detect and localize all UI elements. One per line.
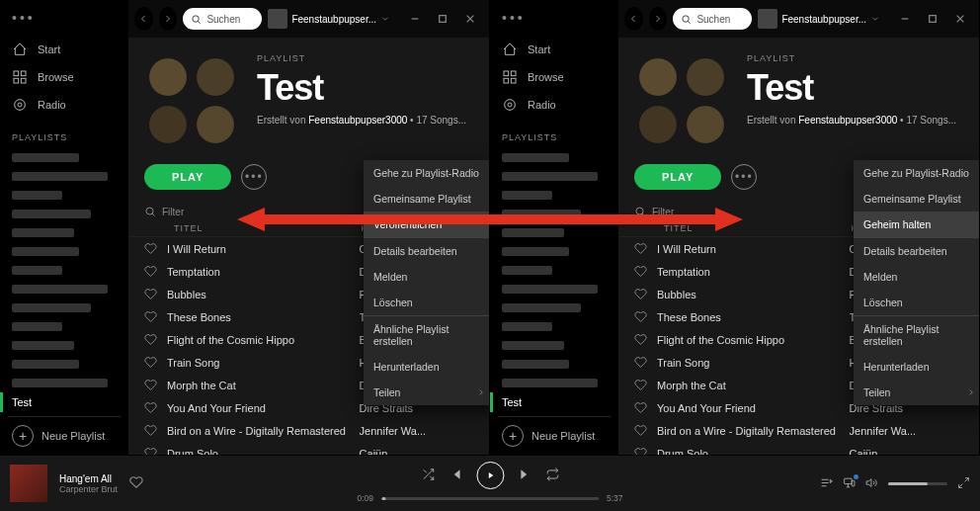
search-input[interactable]: Suchen [183, 8, 262, 30]
window-maximize-button[interactable] [430, 7, 455, 31]
now-playing-artist[interactable]: Carpenter Brut [59, 484, 118, 494]
devices-icon[interactable] [843, 476, 856, 491]
context-menu-item[interactable]: Ähnliche Playlist erstellen [364, 316, 489, 354]
creator-link[interactable]: Feenstaubpupser3000 [308, 115, 407, 126]
context-menu-item[interactable]: Herunterladen [364, 354, 489, 380]
playlist-item[interactable] [502, 228, 564, 237]
playlist-item[interactable] [502, 191, 552, 200]
playlist-item[interactable] [502, 172, 598, 181]
next-icon[interactable] [518, 468, 531, 483]
playlist-item[interactable] [12, 322, 62, 331]
filter-label[interactable]: Filter [162, 207, 184, 217]
track-row[interactable]: Drum SoloCajün [128, 442, 489, 455]
col-title[interactable]: TITEL [664, 223, 844, 233]
context-menu-item[interactable]: Teilen [364, 380, 489, 405]
playlist-item[interactable] [12, 285, 108, 294]
playlist-item[interactable] [12, 247, 79, 256]
user-menu[interactable]: Feenstaubpupser... [268, 9, 390, 29]
now-playing-title[interactable]: Hang'em All [59, 473, 118, 484]
playlist-item[interactable] [12, 379, 108, 387]
app-menu-dots[interactable]: ••• [498, 10, 611, 36]
context-menu-item[interactable]: Löschen [854, 290, 979, 315]
playlist-item[interactable] [502, 153, 569, 162]
nav-forward-button[interactable] [159, 7, 178, 31]
context-menu-item[interactable]: Melden [854, 264, 979, 290]
volume-slider[interactable] [888, 482, 947, 485]
play-pause-button[interactable] [476, 462, 504, 489]
playlist-item[interactable] [12, 341, 74, 350]
nav-radio[interactable]: Radio [8, 91, 121, 119]
playlist-item[interactable] [12, 210, 91, 218]
context-menu-item[interactable]: Gehe zu Playlist-Radio [364, 160, 489, 186]
queue-icon[interactable] [820, 476, 833, 491]
playlist-item[interactable] [502, 379, 598, 387]
playlist-item[interactable] [502, 266, 552, 275]
playlist-item[interactable] [12, 303, 91, 312]
playlist-item-active[interactable]: Test [0, 392, 121, 412]
play-button[interactable]: PLAY [144, 164, 231, 190]
playlist-item[interactable] [12, 360, 79, 369]
playlist-item[interactable] [502, 322, 552, 331]
new-playlist-button[interactable]: +Neue Playlist [8, 416, 121, 455]
context-menu-item[interactable]: Geheim halten [854, 212, 979, 237]
playlist-item[interactable] [502, 210, 581, 218]
playlist-item[interactable] [12, 172, 108, 181]
playlist-item[interactable] [502, 303, 581, 312]
playlist-item[interactable] [502, 247, 569, 256]
playlist-item[interactable] [502, 341, 564, 350]
filter-label[interactable]: Filter [652, 207, 674, 217]
track-row[interactable]: Bird on a Wire - Digitally RemasteredJen… [618, 419, 979, 442]
context-menu-item[interactable]: Löschen [364, 290, 489, 315]
nav-back-button[interactable] [624, 7, 643, 31]
app-menu-dots[interactable]: ••• [8, 10, 121, 36]
more-options-button[interactable]: ••• [241, 164, 267, 190]
context-menu-item[interactable]: Gemeinsame Playlist [854, 186, 979, 212]
nav-back-button[interactable] [134, 7, 153, 31]
track-row[interactable]: Drum SoloCajün [618, 442, 979, 455]
creator-link[interactable]: Feenstaubpupser3000 [798, 115, 897, 126]
nav-browse[interactable]: Browse [8, 63, 121, 91]
new-playlist-button[interactable]: +Neue Playlist [498, 416, 611, 455]
nav-home[interactable]: Start [8, 36, 121, 63]
playlist-cover[interactable] [144, 53, 239, 148]
progress-bar[interactable] [381, 497, 599, 500]
context-menu-item[interactable]: Veröffentlichen [364, 212, 489, 237]
context-menu-item[interactable]: Teilen [854, 380, 979, 405]
more-options-button[interactable]: ••• [731, 164, 757, 190]
playlist-item[interactable] [502, 285, 598, 294]
user-menu[interactable]: Feenstaubpupser... [758, 9, 880, 29]
window-close-button[interactable] [457, 7, 483, 31]
context-menu-item[interactable]: Ähnliche Playlist erstellen [854, 316, 979, 354]
context-menu-item[interactable]: Gemeinsame Playlist [364, 186, 489, 212]
now-playing-art[interactable] [10, 465, 47, 502]
playlist-item[interactable] [12, 266, 62, 275]
playlist-item[interactable] [12, 228, 74, 237]
playlist-item-active[interactable]: Test [490, 392, 611, 412]
track-row[interactable]: Bird on a Wire - Digitally RemasteredJen… [128, 419, 489, 442]
col-title[interactable]: TITEL [174, 223, 354, 233]
expand-icon[interactable] [957, 476, 970, 491]
volume-icon[interactable] [865, 476, 878, 491]
window-maximize-button[interactable] [920, 7, 945, 31]
now-playing-like-icon[interactable] [129, 475, 143, 491]
playlist-cover[interactable] [634, 53, 729, 148]
nav-radio[interactable]: Radio [498, 91, 611, 119]
window-minimize-button[interactable] [892, 7, 918, 31]
context-menu-item[interactable]: Herunterladen [854, 354, 979, 380]
playlist-item[interactable] [12, 191, 62, 200]
context-menu-item[interactable]: Details bearbeiten [854, 238, 979, 264]
nav-home[interactable]: Start [498, 36, 611, 63]
previous-icon[interactable] [449, 468, 462, 483]
window-close-button[interactable] [947, 7, 973, 31]
playlist-item[interactable] [502, 360, 569, 369]
search-input[interactable]: Suchen [673, 8, 752, 30]
shuffle-icon[interactable] [421, 468, 435, 483]
context-menu-item[interactable]: Details bearbeiten [364, 238, 489, 264]
repeat-icon[interactable] [545, 468, 559, 483]
playlist-item[interactable] [12, 153, 79, 162]
nav-browse[interactable]: Browse [498, 63, 611, 91]
context-menu-item[interactable]: Melden [364, 264, 489, 290]
context-menu-item[interactable]: Gehe zu Playlist-Radio [854, 160, 979, 186]
window-minimize-button[interactable] [402, 7, 428, 31]
nav-forward-button[interactable] [649, 7, 668, 31]
